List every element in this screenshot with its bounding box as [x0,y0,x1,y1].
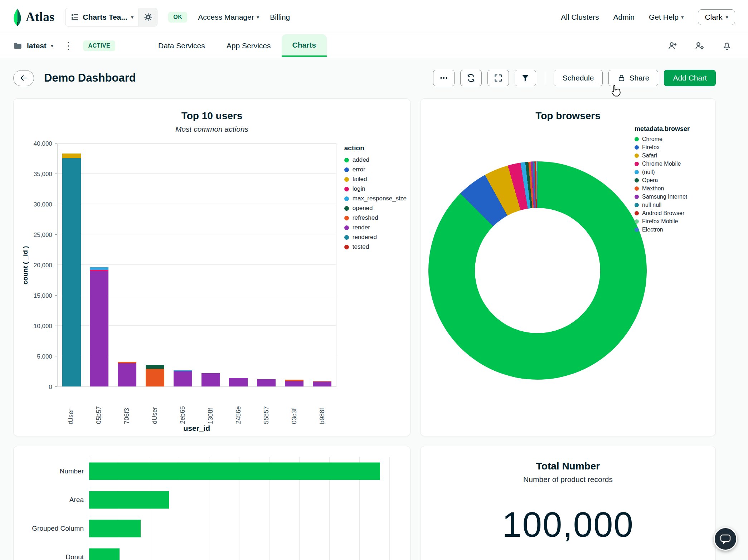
legend-label: rendered [353,234,377,241]
chart-title: Top browsers [421,99,715,122]
x-tick-label: 2456e [235,390,242,424]
dashboard-row-1: Top 10 users Most common actions count (… [0,98,748,436]
support-chat-button[interactable] [714,527,737,551]
atlas-logo[interactable]: Atlas [13,9,54,26]
dashboard-actions: Schedule Share Add Chart [433,70,716,86]
project-selector[interactable]: Charts Tea... ▾ [65,8,139,26]
schedule-button[interactable]: Schedule [554,70,603,86]
bar-2456e[interactable] [229,378,248,386]
legend-item: Maxthon [635,185,706,192]
chevron-down-icon: ▾ [725,14,728,20]
bar-segment-render [313,382,331,386]
manage-users-button[interactable] [691,38,708,54]
add-chart-button[interactable]: Add Chart [664,70,716,86]
chart-legend: action addederrorfailedloginmax_response… [344,143,407,253]
legend-label: Chrome [642,136,662,142]
y-tick-label: 25,000 [34,232,52,239]
chart-card-top-10-users: Top 10 users Most common actions count (… [13,98,411,436]
share-button[interactable]: Share [608,70,658,86]
all-clusters-link[interactable]: All Clusters [561,13,599,21]
legend-swatch [344,235,349,240]
refresh-button[interactable] [460,70,482,86]
fullscreen-button[interactable] [487,70,509,86]
legend-swatch [344,225,349,230]
mongodb-leaf-icon [13,9,22,26]
bar-tUser[interactable] [62,154,81,386]
horizontal-bar-chart[interactable]: NumberAreaGrouped ColumnDonut [14,457,410,560]
bar-segment-failed [62,154,81,158]
bar-segment-render [285,381,303,386]
deployment-selector-group: latest ▾ ⋮ ACTIVE [13,34,115,57]
legend-label: (null) [642,169,655,175]
legend-swatch [344,187,349,191]
get-help-menu[interactable]: Get Help ▾ [649,13,684,21]
project-settings-button[interactable] [139,8,157,26]
bar-1308f[interactable] [201,373,220,386]
legend-label: tested [353,243,369,250]
legend-item: Opera [635,177,706,184]
legend-label: Safari [642,152,657,159]
bar-segment-opened [146,365,164,369]
legend-swatch [635,178,639,182]
hbar-track[interactable] [89,514,394,543]
legend-label: login [353,185,365,193]
bar-chart-plot-area[interactable] [57,143,336,387]
y-tick-mark [55,326,57,326]
chevron-down-icon[interactable]: ▾ [51,43,54,49]
bar-b988f[interactable] [313,381,331,386]
x-tick: 05b57 [85,390,113,424]
dashboard-header: Demo Dashboard [13,67,716,89]
bar-706f3[interactable] [118,362,136,386]
legend-item: opened [344,205,407,212]
x-tick-label: tUser [67,390,75,424]
x-tick-label: 03c3f [291,390,298,424]
chevron-down-icon: ▾ [681,14,684,20]
chevron-down-icon: ▾ [131,14,134,20]
invite-user-button[interactable] [664,38,681,54]
donut-chart[interactable] [428,161,647,380]
y-tick-label: 0 [49,384,52,391]
tab-charts[interactable]: Charts [282,34,327,57]
hbar-track[interactable] [89,543,394,560]
arrow-left-icon [19,73,28,83]
x-tick-label: 1308f [207,390,214,424]
subnav-action-icons [664,34,735,57]
tab-app-services[interactable]: App Services [216,34,282,57]
share-label: Share [629,74,649,82]
bar-dUser[interactable] [146,365,164,386]
access-manager-menu[interactable]: Access Manager ▾ [198,13,259,21]
tab-label: Data Services [158,42,205,50]
bar-05b57[interactable] [90,267,108,386]
hbar-bar [89,463,380,480]
legend-label: Android Browser [642,210,684,216]
bar-55857[interactable] [257,379,276,386]
hbar-track[interactable] [89,457,394,486]
legend-item: Electron [635,227,706,233]
legend-swatch [344,167,349,172]
user-menu-button[interactable]: Clark ▾ [698,9,735,25]
legend-label: Maxthon [642,185,664,192]
bar-2eb65[interactable] [174,370,192,386]
tab-data-services[interactable]: Data Services [147,34,216,57]
project-selector-group: Charts Tea... ▾ [65,8,157,26]
chart-subtitle: Most common actions [17,125,407,133]
legend-swatch [635,137,639,141]
more-actions-button[interactable] [433,70,455,86]
more-options-icon[interactable]: ⋮ [63,40,73,52]
billing-link[interactable]: Billing [270,13,290,21]
hbar-track[interactable] [89,486,394,514]
legend-item: Safari [635,152,706,159]
admin-link[interactable]: Admin [613,13,635,21]
filter-button[interactable] [515,70,536,86]
bell-icon [722,41,732,51]
bar-03c3f[interactable] [285,380,303,386]
back-button[interactable] [13,70,34,86]
x-tick-label: 05b57 [95,390,103,424]
x-tick: 2eb65 [169,390,197,424]
legend-swatch [635,195,639,199]
y-tick-label: 40,000 [34,140,52,147]
service-tabs: Data Services App Services Charts [147,34,327,57]
notifications-button[interactable] [719,38,735,54]
y-tick-label: 10,000 [34,323,52,330]
deployment-name[interactable]: latest [27,42,47,50]
